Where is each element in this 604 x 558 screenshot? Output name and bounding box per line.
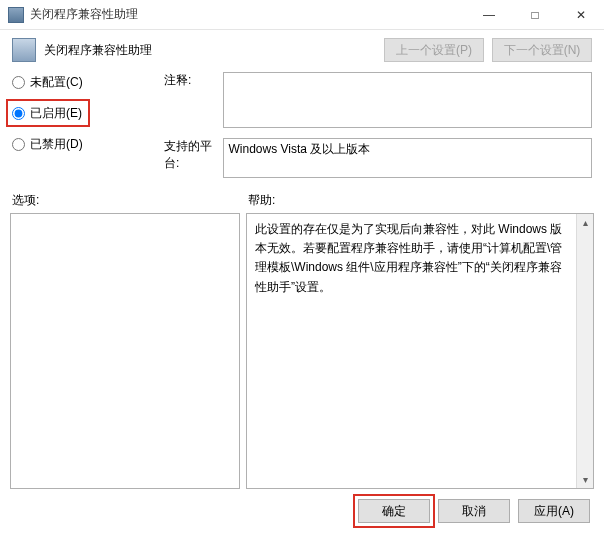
window-title: 关闭程序兼容性助理 xyxy=(30,6,466,23)
policy-header: 关闭程序兼容性助理 上一个设置(P) 下一个设置(N) xyxy=(0,30,604,70)
apply-button[interactable]: 应用(A) xyxy=(518,499,590,523)
radio-enabled[interactable]: 已启用(E) xyxy=(12,105,154,122)
minimize-button[interactable]: — xyxy=(466,0,512,29)
title-bar: 关闭程序兼容性助理 — □ ✕ xyxy=(0,0,604,30)
help-scrollbar[interactable]: ▴ ▾ xyxy=(576,214,593,488)
options-label: 选项: xyxy=(12,192,248,209)
platform-textarea xyxy=(223,138,592,178)
cancel-button[interactable]: 取消 xyxy=(438,499,510,523)
panels: 此设置的存在仅是为了实现后向兼容性，对此 Windows 版本无效。若要配置程序… xyxy=(0,213,604,489)
comment-textarea[interactable] xyxy=(223,72,592,128)
help-panel: 此设置的存在仅是为了实现后向兼容性，对此 Windows 版本无效。若要配置程序… xyxy=(246,213,594,489)
policy-title: 关闭程序兼容性助理 xyxy=(44,42,376,59)
comment-label: 注释: xyxy=(164,72,215,128)
maximize-button[interactable]: □ xyxy=(512,0,558,29)
footer-buttons: 确定 取消 应用(A) xyxy=(0,489,604,533)
platform-label: 支持的平台: xyxy=(164,138,215,178)
scroll-down-icon[interactable]: ▾ xyxy=(577,471,593,488)
next-setting-button[interactable]: 下一个设置(N) xyxy=(492,38,592,62)
policy-icon xyxy=(12,38,36,62)
app-icon xyxy=(8,7,24,23)
options-panel xyxy=(10,213,240,489)
help-label: 帮助: xyxy=(248,192,592,209)
radio-not-configured[interactable]: 未配置(C) xyxy=(12,74,154,91)
radio-disabled-label: 已禁用(D) xyxy=(30,136,83,153)
section-labels: 选项: 帮助: xyxy=(0,182,604,213)
ok-button[interactable]: 确定 xyxy=(358,499,430,523)
fields-column: 注释: 支持的平台: xyxy=(164,72,592,178)
prev-setting-button[interactable]: 上一个设置(P) xyxy=(384,38,484,62)
close-button[interactable]: ✕ xyxy=(558,0,604,29)
radio-enabled-input[interactable] xyxy=(12,107,25,120)
scroll-up-icon[interactable]: ▴ xyxy=(577,214,593,231)
help-text: 此设置的存在仅是为了实现后向兼容性，对此 Windows 版本无效。若要配置程序… xyxy=(255,220,585,297)
state-radio-group: 未配置(C) 已启用(E) 已禁用(D) xyxy=(12,72,154,178)
window-controls: — □ ✕ xyxy=(466,0,604,29)
radio-disabled[interactable]: 已禁用(D) xyxy=(12,136,154,153)
radio-not-configured-label: 未配置(C) xyxy=(30,74,83,91)
platform-block: 支持的平台: xyxy=(164,138,592,178)
radio-disabled-input[interactable] xyxy=(12,138,25,151)
radio-enabled-label: 已启用(E) xyxy=(30,105,82,122)
comment-block: 注释: xyxy=(164,72,592,128)
radio-not-configured-input[interactable] xyxy=(12,76,25,89)
config-area: 未配置(C) 已启用(E) 已禁用(D) 注释: 支持的平台: xyxy=(0,70,604,182)
